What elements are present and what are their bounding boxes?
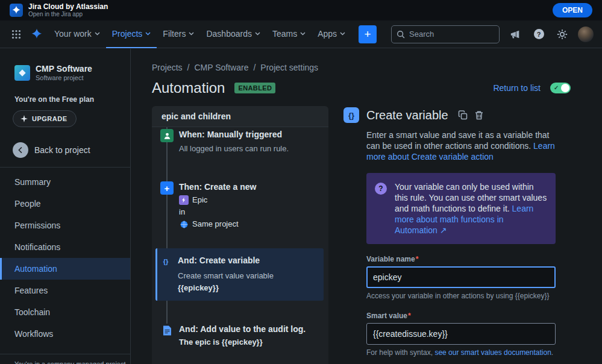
sidebar-item-features[interactable]: Features [0,280,130,301]
megaphone-icon [510,29,521,40]
automation-enabled-toggle[interactable]: ✓ [550,83,571,93]
step-title: And: Create variable [178,255,274,266]
main-header: Projects / CMP Software / Project settin… [152,63,571,96]
sidebar-item-notifications[interactable]: Notifications [0,236,130,258]
top-navigation: Your work Projects Filters Dashboards Te… [0,20,602,48]
project-sidebar: CMP Software Software project You're on … [0,49,131,364]
app-banner-title: Jira Cloud by Atlassian [28,2,108,11]
announcements-button[interactable] [507,27,523,42]
jira-app-icon [10,4,23,17]
nav-item-projects[interactable]: Projects [106,20,157,48]
detail-title: Create variable [366,108,448,122]
return-to-list-link[interactable]: Return to list [493,83,541,93]
delete-button[interactable] [474,110,484,120]
back-to-project[interactable]: Back to project [13,142,130,158]
sidebar-item-automation[interactable]: Automation [0,258,130,280]
smart-value-help: For help with syntax, see our smart valu… [366,348,556,357]
nav-item-filters[interactable]: Filters [157,20,200,48]
step-description: All logged in users can run rule. [179,143,289,154]
breadcrumb-current: Project settings [260,63,318,72]
rule-panel: epic and children When: Manually trigger… [152,106,328,364]
chevron-down-icon [340,32,345,36]
project-type: Software project [36,74,92,82]
sidebar-item-people[interactable]: People [0,193,130,215]
sidebar-item-toolchain[interactable]: Toolchain [0,301,130,323]
upgrade-button[interactable]: UPGRADE [13,110,77,127]
breadcrumb-separator: / [253,63,256,72]
nav-item-apps[interactable]: Apps [312,20,351,48]
sidebar-item-permissions[interactable]: Permissions [0,215,130,236]
info-box: ? Your variable can only be used within … [366,173,556,244]
external-link-icon: ↗ [440,225,447,235]
gear-icon [557,29,568,40]
braces-icon: {} [159,255,172,268]
help-button[interactable]: ? [531,27,547,42]
nav-item-teams[interactable]: Teams [266,20,312,48]
chevron-down-icon [255,32,260,36]
back-arrow-icon [13,142,28,158]
nav-item-dashboards[interactable]: Dashboards [200,20,266,48]
create-button[interactable]: + [359,25,377,43]
global-search[interactable] [391,25,500,43]
manual-trigger-icon [160,129,174,142]
open-in-app-button[interactable]: OPEN [553,3,592,17]
rule-title: epic and children [152,106,328,127]
back-label: Back to project [34,145,90,155]
toggle-knob [561,84,569,92]
chevron-down-icon [145,32,151,36]
braces-icon: {} [343,107,359,123]
step-title: Then: Create a new [179,181,256,193]
breadcrumb-project[interactable]: CMP Software [194,63,248,72]
project-header: CMP Software Software project [0,64,130,82]
title-row: Automation ENABLED Return to list ✓ [152,80,571,96]
breadcrumb-separator: / [187,63,190,72]
search-icon [397,30,405,39]
nav-item-label: Dashboards [206,29,252,39]
nav-item-label: Filters [163,29,186,39]
step-connector-word: in [179,207,185,217]
sidebar-item-summary[interactable]: Summary [0,171,130,193]
breadcrumb: Projects / CMP Software / Project settin… [152,63,571,72]
chevron-down-icon [95,32,100,36]
nav-item-your-work[interactable]: Your work [48,20,106,48]
upgrade-label: UPGRADE [32,115,67,122]
copy-icon [458,110,468,120]
settings-button[interactable] [554,27,570,42]
search-input[interactable] [409,30,494,39]
smart-value-label: Smart value* [366,312,556,320]
nav-item-label: Your work [54,29,92,39]
globe-icon [179,219,189,229]
rule-step-audit-log[interactable]: And: Add value to the audit log. The epi… [160,324,319,347]
detail-body: Enter a smart value and save it as a var… [366,130,556,364]
rule-step-create-epic[interactable]: + Then: Create a new Epic in [160,181,319,229]
variable-name-help: Access your variable in other actions by… [366,292,556,301]
user-avatar[interactable] [578,27,594,42]
step-target: Same project [192,219,239,229]
grid-icon [11,30,21,39]
jira-logo-icon[interactable] [30,28,43,41]
app-switcher-button[interactable] [8,27,24,42]
step-title: And: Add value to the audit log. [179,324,306,335]
rule-step-create-variable-selected[interactable]: {} And: Create variable Create smart val… [155,248,324,301]
detail-description: Enter a smart value and save it as a var… [366,130,556,162]
rule-step-trigger[interactable]: When: Manually triggered All logged in u… [160,129,319,154]
variable-name-input[interactable] [366,266,556,288]
status-badge: ENABLED [234,83,275,93]
plan-text: You're on the Free plan [14,95,130,104]
detail-header: {} Create variable [343,107,556,123]
step-value: {{epickey}} [178,283,274,293]
epic-icon [179,195,189,205]
sidebar-item-workflows[interactable]: Workflows [0,323,130,345]
step-item-type: Epic [192,195,207,205]
nav-item-label: Apps [318,29,337,39]
smart-values-docs-link[interactable]: see our smart values documentation [434,348,551,357]
copy-button[interactable] [458,110,468,120]
document-icon [160,324,174,337]
smart-value-input[interactable] [366,323,556,345]
project-name: CMP Software [36,64,92,74]
rule-steps-list: When: Manually triggered All logged in u… [152,127,328,363]
nav-item-label: Projects [112,29,143,39]
breadcrumb-projects[interactable]: Projects [152,63,183,72]
app-banner: Jira Cloud by Atlassian Open in the Jira… [0,0,602,20]
plus-action-icon: + [160,181,174,195]
